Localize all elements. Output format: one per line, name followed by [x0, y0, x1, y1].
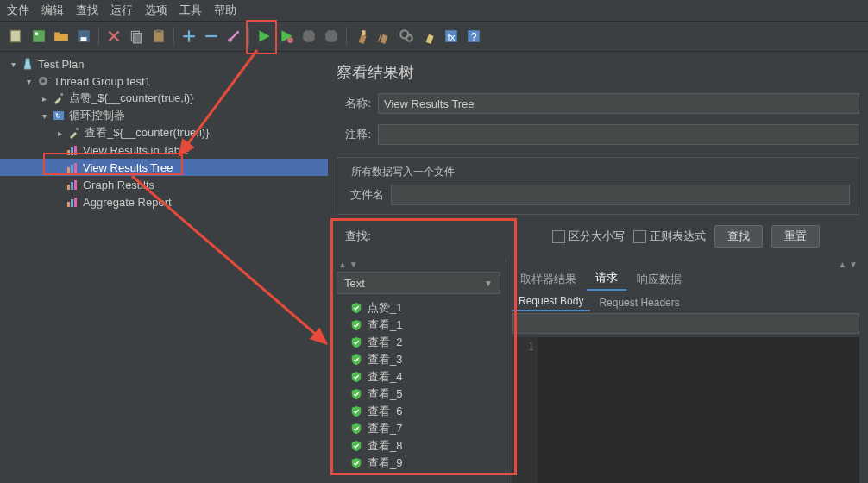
success-shield-icon: [350, 371, 362, 383]
svg-rect-36: [71, 199, 73, 207]
stop-icon[interactable]: [299, 27, 318, 46]
svg-text:fx: fx: [448, 32, 456, 42]
tree-view-results-table[interactable]: View Results in Table: [0, 141, 328, 159]
success-shield-icon: [350, 336, 362, 348]
shutdown-icon[interactable]: [322, 27, 341, 46]
testplan-icon: [21, 57, 35, 71]
tab-sampler-result[interactable]: 取样器结果: [512, 268, 585, 291]
svg-rect-25: [76, 128, 79, 130]
menu-edit[interactable]: 编辑: [41, 3, 64, 18]
results-tree-pane: ▲ ▼ Text▼ 点赞_1查看_1查看_2查看_3查看_4查看_5查看_6查看…: [337, 258, 500, 483]
menu-tools[interactable]: 工具: [179, 3, 202, 18]
svg-rect-13: [362, 30, 366, 35]
reset-search-icon[interactable]: [419, 27, 438, 46]
tree-sampler-2[interactable]: ▸ 查看_${__counter(true,i)}: [0, 124, 328, 141]
comment-label: 注释:: [337, 127, 371, 142]
search-button[interactable]: 查找: [714, 225, 763, 248]
menu-options[interactable]: 选项: [145, 3, 167, 18]
open-icon[interactable]: [52, 27, 71, 46]
menu-find[interactable]: 查找: [76, 3, 98, 18]
detail-search-input[interactable]: [512, 313, 859, 334]
svg-text:?: ?: [471, 31, 477, 43]
svg-rect-2: [35, 33, 38, 35]
tree-label: Test Plan: [38, 58, 84, 71]
test-plan-tree[interactable]: ▾ Test Plan ▾ Thread Group test1 ▸ 点赞_${…: [0, 52, 328, 483]
tree-label: View Results Tree: [83, 161, 173, 174]
cut-icon[interactable]: [104, 27, 123, 46]
mini-arrows[interactable]: ▲ ▼: [337, 258, 500, 270]
success-shield-icon: [350, 423, 362, 435]
name-input[interactable]: View Results Tree: [378, 93, 859, 114]
tab-response[interactable]: 响应数据: [628, 268, 690, 291]
tree-label: Thread Group test1: [53, 75, 151, 88]
collapse-icon[interactable]: [202, 27, 221, 46]
tab-request[interactable]: 请求: [587, 267, 626, 291]
toggle-icon[interactable]: [224, 27, 243, 46]
svg-rect-26: [67, 150, 70, 155]
success-shield-icon: [350, 440, 362, 452]
find-icon[interactable]: [397, 27, 416, 46]
copy-icon[interactable]: [127, 27, 146, 46]
subtab-request-headers[interactable]: Request Headers: [592, 294, 686, 311]
editor-gutter: 1: [512, 337, 538, 483]
svg-rect-33: [71, 182, 73, 190]
menubar: 文件 编辑 查找 运行 选项 工具 帮助: [0, 0, 868, 22]
listener-icon: [66, 195, 79, 209]
clear-all-icon[interactable]: [374, 27, 393, 46]
filename-input[interactable]: [391, 185, 850, 205]
result-item[interactable]: 查看_5: [350, 386, 500, 403]
paste-icon[interactable]: [149, 27, 168, 46]
result-item[interactable]: 查看_6: [350, 403, 500, 420]
tree-sampler-1[interactable]: ▸ 点赞_${__counter(true,i)}: [0, 90, 328, 107]
new-icon[interactable]: [7, 27, 26, 46]
tree-thread-group[interactable]: ▾ Thread Group test1: [0, 72, 328, 90]
success-shield-icon: [350, 302, 362, 314]
result-item[interactable]: 查看_8: [350, 437, 500, 455]
chk-regex[interactable]: 正则表达式: [633, 229, 706, 244]
success-shield-icon: [350, 319, 362, 331]
renderer-combo[interactable]: Text▼: [337, 272, 500, 294]
menu-run[interactable]: 运行: [110, 3, 133, 18]
play-icon[interactable]: [255, 27, 274, 46]
tree-graph-results[interactable]: Graph Results: [0, 176, 328, 193]
chk-case[interactable]: 区分大小写: [552, 229, 625, 244]
templates-icon[interactable]: [29, 27, 48, 46]
svg-rect-4: [81, 37, 87, 41]
result-item[interactable]: 查看_2: [350, 334, 500, 351]
result-item[interactable]: 查看_4: [350, 368, 500, 386]
dropper-icon: [67, 126, 81, 140]
request-body-editor[interactable]: 1: [512, 337, 859, 483]
result-item[interactable]: 查看_9: [350, 455, 500, 472]
menu-file[interactable]: 文件: [7, 3, 29, 18]
tree-label: 点赞_${__counter(true,i)}: [69, 91, 194, 106]
filename-label: 文件名: [346, 187, 384, 203]
tree-aggregate-report[interactable]: Aggregate Report: [0, 193, 328, 210]
clear-icon[interactable]: [352, 27, 371, 46]
tree-label: Graph Results: [83, 179, 154, 191]
function-icon[interactable]: fx: [442, 27, 461, 46]
success-shield-icon: [350, 457, 362, 469]
result-item[interactable]: 查看_1: [350, 317, 500, 334]
comment-input[interactable]: [378, 124, 859, 145]
expand-icon[interactable]: [179, 27, 198, 46]
save-icon[interactable]: [74, 27, 93, 46]
tree-view-results-tree[interactable]: View Results Tree: [0, 159, 328, 176]
result-item[interactable]: 查看_7: [350, 420, 500, 437]
help-icon[interactable]: ?: [464, 27, 483, 46]
result-item[interactable]: 查看_3: [350, 351, 500, 368]
play-notimer-icon[interactable]: [277, 27, 296, 46]
svg-rect-32: [67, 185, 70, 190]
reset-button[interactable]: 重置: [771, 225, 820, 248]
svg-point-10: [287, 37, 293, 43]
search-label: 查找:: [337, 229, 371, 244]
tree-label: Aggregate Report: [83, 196, 172, 209]
subtab-request-body[interactable]: Request Body: [512, 292, 590, 311]
tree-loop-controller[interactable]: ▾ ↻ 循环控制器: [0, 107, 328, 124]
menu-help[interactable]: 帮助: [214, 3, 236, 18]
name-label: 名称:: [337, 96, 371, 111]
result-item[interactable]: 点赞_1: [350, 299, 500, 317]
svg-rect-1: [33, 30, 45, 42]
svg-marker-11: [303, 30, 315, 42]
tree-test-plan[interactable]: ▾ Test Plan: [0, 55, 328, 72]
success-shield-icon: [350, 354, 362, 366]
